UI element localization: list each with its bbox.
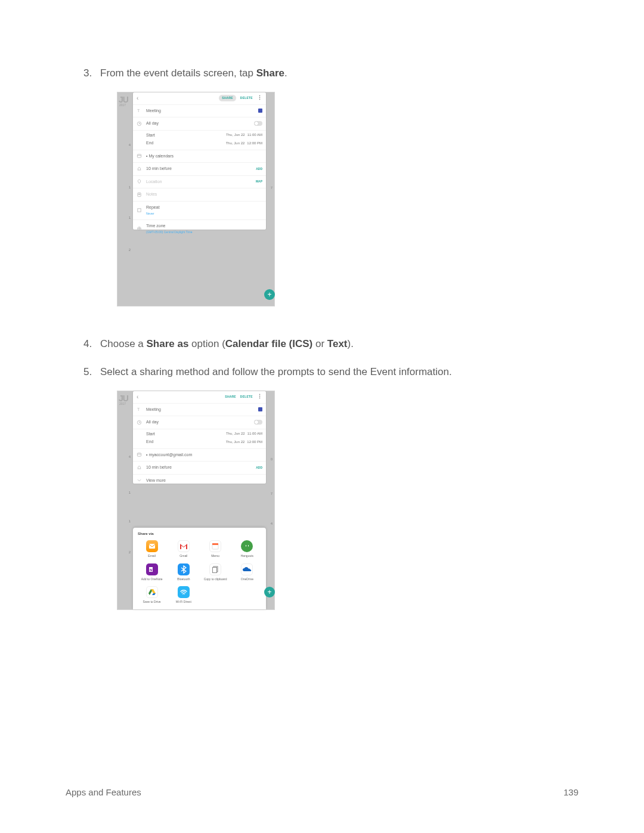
reminder-row[interactable]: 10 min before ADD xyxy=(133,162,266,175)
location-row[interactable]: Location MAP xyxy=(133,175,266,188)
app-label: Memo xyxy=(202,554,230,559)
step-text: From the event details screen, tap xyxy=(100,67,256,79)
title-row[interactable]: T Meeting xyxy=(133,104,266,117)
allday-label: All day xyxy=(146,419,250,426)
left-date-strip: 4 1 1 2 xyxy=(117,391,133,609)
t: ). xyxy=(348,338,354,349)
event-title: Meeting xyxy=(146,108,254,114)
date-num: 1 xyxy=(117,185,131,190)
end-time: 12:00 PM xyxy=(247,141,262,146)
end-label: End xyxy=(146,439,222,445)
date-num: 4 xyxy=(117,143,131,148)
step-text-tail: . xyxy=(284,67,287,79)
share-bold: Share xyxy=(256,67,284,79)
back-icon[interactable]: ‹ xyxy=(137,94,138,103)
date-num: 2 xyxy=(117,247,131,253)
add-button[interactable]: ADD xyxy=(256,167,262,172)
share-app-gmail[interactable]: Gmail xyxy=(169,540,197,559)
start-row[interactable]: Start Thu, Jun 2211:00 AM xyxy=(133,429,266,439)
svg-text:T: T xyxy=(137,407,140,412)
allday-toggle[interactable] xyxy=(254,420,262,425)
map-button[interactable]: MAP xyxy=(256,179,262,184)
date-num: 4 xyxy=(117,454,131,460)
calendar-row[interactable]: • My calendars xyxy=(133,150,266,163)
delete-button[interactable]: DELETE xyxy=(240,395,253,400)
date-num: 0 xyxy=(271,457,273,462)
date-num: 1 xyxy=(117,215,131,221)
title-row[interactable]: T Meeting xyxy=(133,403,266,416)
title-icon: T xyxy=(137,407,142,412)
app-label: OneDrive xyxy=(233,577,261,582)
allday-toggle[interactable] xyxy=(254,121,262,126)
step-5: 5. Select a sharing method and follow th… xyxy=(83,364,578,627)
color-swatch[interactable] xyxy=(258,407,262,411)
end-row[interactable]: End Thu, Jun 2212:00 PM xyxy=(133,439,266,448)
repeat-label: Repeat xyxy=(146,205,160,209)
page-footer: Apps and Features 139 xyxy=(66,787,578,797)
svg-text:N: N xyxy=(150,568,152,571)
add-button[interactable]: ADD xyxy=(256,466,262,470)
viewmore-row[interactable]: View more xyxy=(133,474,266,487)
start-row[interactable]: Start Thu, Jun 2211:00 AM xyxy=(133,130,266,141)
t: option ( xyxy=(188,338,225,349)
share-app-wifidirect[interactable]: Wi-Fi Direct xyxy=(169,586,197,605)
t: or xyxy=(312,338,327,349)
share-app-memo[interactable]: Memo xyxy=(202,540,230,559)
timezone-value: Time zone (GMT-05:00) Central Daylight T… xyxy=(146,223,262,235)
fab-add[interactable] xyxy=(264,289,275,300)
date-num: 1 xyxy=(117,490,131,496)
share-app-onedrive[interactable]: OneDrive xyxy=(233,563,261,582)
timezone-sub: (GMT-05:00) Central Daylight Time xyxy=(146,230,262,235)
share-app-bluetooth[interactable]: Bluetooth xyxy=(169,563,197,582)
share-app-drive[interactable]: Save to Drive xyxy=(138,586,166,605)
step-3: 3. From the event details screen, tap Sh… xyxy=(83,66,578,323)
share-button[interactable]: SHARE xyxy=(219,95,236,102)
reminder-row[interactable]: 10 min before ADD xyxy=(133,461,266,474)
step-body: From the event details screen, tap Share… xyxy=(100,66,578,323)
share-sheet-title: Share via xyxy=(138,531,261,537)
repeat-row[interactable]: Repeat Never xyxy=(133,201,266,219)
color-swatch[interactable] xyxy=(258,109,262,113)
share-app-clipboard[interactable]: Copy to clipboard xyxy=(202,563,230,582)
panel-header: ‹ SHARE DELETE ⋮ xyxy=(133,92,266,104)
back-icon[interactable]: ‹ xyxy=(137,392,138,401)
footer-section: Apps and Features xyxy=(66,787,141,797)
notes-row[interactable]: Notes xyxy=(133,188,266,201)
repeat-sub: Never xyxy=(146,212,262,216)
calendar-icon xyxy=(137,452,142,457)
calendar-icon xyxy=(137,153,142,159)
app-label: Bluetooth xyxy=(169,577,197,582)
app-label: Gmail xyxy=(169,554,197,559)
calendar-strip: JU 2017 4 1 1 2 xyxy=(117,92,133,306)
share-app-hangouts[interactable]: Hangouts xyxy=(233,540,261,559)
share-app-email[interactable]: Email xyxy=(138,540,166,559)
end-row[interactable]: End Thu, Jun 2212:00 PM xyxy=(133,140,266,150)
clock-icon xyxy=(137,121,142,126)
step-number: 3. xyxy=(83,66,100,323)
viewmore-label: View more xyxy=(146,478,262,484)
bell-icon xyxy=(137,166,142,172)
globe-icon xyxy=(137,226,142,231)
more-icon[interactable]: ⋮ xyxy=(257,393,262,401)
event-title: Meeting xyxy=(146,407,254,413)
account-value: • myaccount@gmail.com xyxy=(146,452,262,459)
app-label: Add to OneNote xyxy=(138,577,166,582)
screenshot-share-sheet: JU 2017 4 1 1 2 0 7 4 xyxy=(117,391,275,610)
repeat-icon xyxy=(137,208,142,213)
app-label: Email xyxy=(138,554,166,559)
share-app-onenote[interactable]: N Add to OneNote xyxy=(138,563,166,582)
svg-rect-19 xyxy=(213,567,217,572)
pin-icon xyxy=(137,179,142,184)
calendar-strip: JU 2017 4 1 1 2 xyxy=(117,391,133,609)
share-button[interactable]: SHARE xyxy=(225,395,236,400)
share-apps-grid: Email Gmail xyxy=(138,540,261,605)
fab-add[interactable] xyxy=(264,587,275,597)
account-row[interactable]: • myaccount@gmail.com xyxy=(133,448,266,462)
more-icon[interactable]: ⋮ xyxy=(257,94,262,103)
timezone-row[interactable]: Time zone (GMT-05:00) Central Daylight T… xyxy=(133,219,266,238)
left-date-strip: 4 1 1 2 xyxy=(117,92,133,306)
svg-rect-11 xyxy=(137,453,141,456)
end-label: End xyxy=(146,140,222,147)
delete-button[interactable]: DELETE xyxy=(240,96,253,101)
reminder-label: 10 min before xyxy=(146,166,252,172)
